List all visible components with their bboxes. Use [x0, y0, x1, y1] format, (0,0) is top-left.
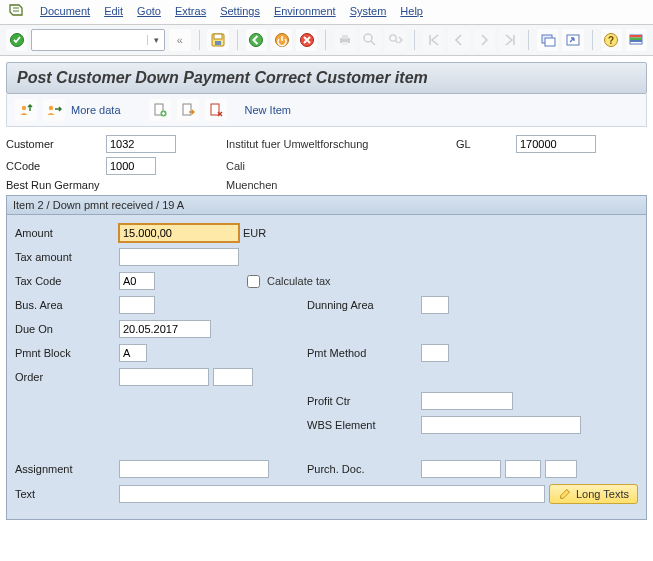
svg-rect-20: [630, 40, 642, 42]
svg-rect-19: [630, 38, 642, 41]
purch-doc-field-3[interactable]: [545, 460, 577, 478]
wbs-label: WBS Element: [307, 419, 417, 431]
customer-label: Customer: [6, 138, 106, 150]
long-texts-button[interactable]: Long Texts: [549, 484, 638, 504]
form-area: Customer Institut fuer Umweltforschung G…: [6, 133, 647, 520]
svg-rect-2: [214, 34, 222, 39]
ccode-field[interactable]: [106, 157, 156, 175]
purch-doc-field[interactable]: [421, 460, 501, 478]
menu-system[interactable]: System: [350, 5, 387, 17]
svg-rect-13: [545, 38, 555, 46]
svg-rect-18: [630, 35, 642, 38]
svg-rect-14: [567, 35, 579, 45]
first-page-button[interactable]: [423, 29, 444, 51]
pmnt-block-field[interactable]: [119, 344, 147, 362]
pmnt-block-label: Pmnt Block: [15, 347, 115, 359]
section-body: Amount EUR Tax amount Tax Code Calculate…: [6, 215, 647, 520]
new-session-button[interactable]: [537, 29, 558, 51]
svg-rect-26: [211, 104, 219, 115]
doc-del-icon[interactable]: [205, 99, 227, 121]
order-field-2[interactable]: [213, 368, 253, 386]
pencil-icon: [558, 487, 572, 501]
svg-rect-8: [342, 35, 348, 39]
layout-button[interactable]: [626, 29, 647, 51]
next-page-button[interactable]: [474, 29, 495, 51]
svg-point-10: [364, 34, 372, 42]
command-input[interactable]: [32, 31, 147, 49]
city1-text: Cali: [226, 160, 456, 172]
main-toolbar: ▾ « ?: [0, 25, 653, 56]
calculate-tax-label: Calculate tax: [267, 275, 331, 287]
find-button[interactable]: [360, 29, 381, 51]
enter-button[interactable]: [6, 29, 27, 51]
command-field[interactable]: ▾: [31, 29, 165, 51]
text-label: Text: [15, 488, 115, 500]
svg-point-11: [389, 35, 395, 41]
cancel-button[interactable]: [296, 29, 317, 51]
menu-help[interactable]: Help: [400, 5, 423, 17]
sap-logo-icon: [8, 3, 24, 19]
print-button[interactable]: [334, 29, 355, 51]
currency-text: EUR: [243, 227, 303, 239]
more-data-link[interactable]: More data: [71, 104, 121, 116]
gl-label: GL: [456, 138, 516, 150]
profit-ctr-label: Profit Ctr: [307, 395, 417, 407]
amount-field[interactable]: [119, 224, 239, 242]
tax-code-field[interactable]: [119, 272, 155, 290]
assignment-field[interactable]: [119, 460, 269, 478]
menu-extras[interactable]: Extras: [175, 5, 206, 17]
menu-environment[interactable]: Environment: [274, 5, 336, 17]
person-right-icon[interactable]: [43, 99, 65, 121]
svg-rect-25: [183, 104, 191, 115]
pmt-method-label: Pmt Method: [307, 347, 417, 359]
svg-point-21: [22, 106, 26, 110]
svg-text:?: ?: [608, 35, 614, 46]
dunning-area-label: Dunning Area: [307, 299, 417, 311]
doc-out-icon[interactable]: [177, 99, 199, 121]
last-page-button[interactable]: [499, 29, 520, 51]
customer-field[interactable]: [106, 135, 176, 153]
menu-settings[interactable]: Settings: [220, 5, 260, 17]
ccode-label: CCode: [6, 160, 106, 172]
back-button[interactable]: [246, 29, 267, 51]
prev-page-button[interactable]: [448, 29, 469, 51]
menu-edit[interactable]: Edit: [104, 5, 123, 17]
due-on-label: Due On: [15, 323, 115, 335]
shortcut-button[interactable]: [562, 29, 583, 51]
svg-rect-3: [215, 41, 221, 45]
purch-doc-label: Purch. Doc.: [307, 463, 417, 475]
due-on-field[interactable]: [119, 320, 211, 338]
amount-label: Amount: [15, 227, 115, 239]
tax-amount-label: Tax amount: [15, 251, 115, 263]
pmt-method-field[interactable]: [421, 344, 449, 362]
svg-point-4: [250, 34, 263, 47]
gl-field[interactable]: [516, 135, 596, 153]
collapse-button[interactable]: «: [169, 29, 190, 51]
header-grid: Customer Institut fuer Umweltforschung G…: [6, 133, 647, 195]
tax-amount-field[interactable]: [119, 248, 239, 266]
tax-code-label: Tax Code: [15, 275, 115, 287]
menu-document[interactable]: Document: [40, 5, 90, 17]
customer-name-text: Institut fuer Umweltforschung: [226, 138, 456, 150]
bus-area-label: Bus. Area: [15, 299, 115, 311]
help-button[interactable]: ?: [601, 29, 622, 51]
new-item-link[interactable]: New Item: [245, 104, 291, 116]
profit-ctr-field[interactable]: [421, 392, 513, 410]
find-next-button[interactable]: [385, 29, 406, 51]
svg-point-22: [49, 106, 53, 110]
svg-rect-9: [342, 42, 348, 45]
menu-goto[interactable]: Goto: [137, 5, 161, 17]
doc-new-icon[interactable]: [149, 99, 171, 121]
app-toolbar: More data New Item: [6, 94, 647, 127]
calculate-tax-checkbox[interactable]: [247, 275, 260, 288]
chevron-down-icon[interactable]: ▾: [147, 35, 164, 45]
wbs-field[interactable]: [421, 416, 581, 434]
order-field[interactable]: [119, 368, 209, 386]
dunning-area-field[interactable]: [421, 296, 449, 314]
bus-area-field[interactable]: [119, 296, 155, 314]
person-up-icon[interactable]: [15, 99, 37, 121]
save-button[interactable]: [207, 29, 228, 51]
text-field[interactable]: [119, 485, 545, 503]
exit-button[interactable]: [271, 29, 292, 51]
purch-doc-field-2[interactable]: [505, 460, 541, 478]
